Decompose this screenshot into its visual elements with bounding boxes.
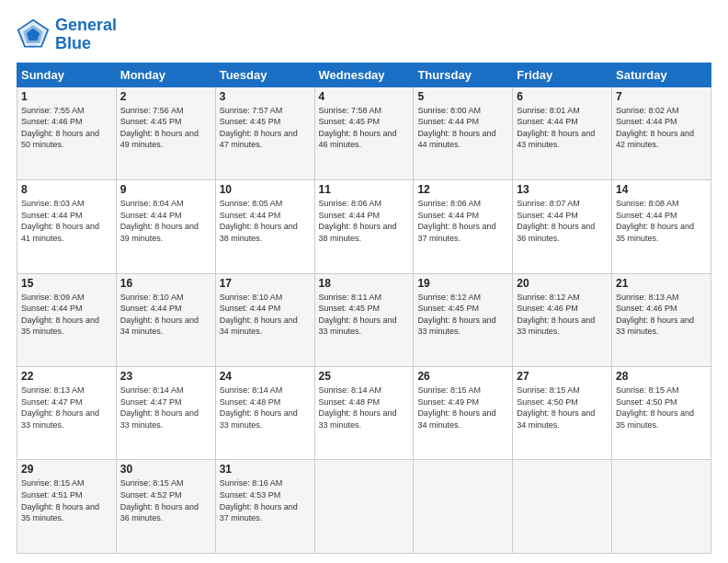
day-number: 19 [417, 277, 508, 290]
day-cell: 2 Sunrise: 7:56 AM Sunset: 4:45 PM Dayli… [116, 86, 215, 179]
day-info: Sunrise: 8:11 AM Sunset: 4:45 PM Dayligh… [319, 293, 397, 337]
day-cell: 27 Sunrise: 8:15 AM Sunset: 4:50 PM Dayl… [513, 367, 612, 460]
day-number: 22 [21, 370, 112, 383]
day-cell [612, 460, 711, 554]
day-info: Sunrise: 8:02 AM Sunset: 4:44 PM Dayligh… [616, 106, 694, 150]
day-number: 11 [319, 183, 410, 196]
day-info: Sunrise: 8:15 AM Sunset: 4:52 PM Dayligh… [120, 478, 199, 523]
day-cell: 26 Sunrise: 8:15 AM Sunset: 4:49 PM Dayl… [414, 367, 513, 460]
day-info: Sunrise: 7:56 AM Sunset: 4:45 PM Dayligh… [120, 106, 199, 150]
day-number: 29 [21, 463, 112, 476]
day-cell: 10 Sunrise: 8:05 AM Sunset: 4:44 PM Dayl… [215, 180, 314, 273]
day-cell: 7 Sunrise: 8:02 AM Sunset: 4:44 PM Dayli… [612, 86, 711, 179]
day-cell: 15 Sunrise: 8:09 AM Sunset: 4:44 PM Dayl… [17, 273, 117, 366]
day-number: 8 [21, 183, 112, 196]
day-info: Sunrise: 8:06 AM Sunset: 4:44 PM Dayligh… [319, 199, 397, 243]
day-info: Sunrise: 7:58 AM Sunset: 4:45 PM Dayligh… [319, 106, 397, 150]
day-number: 1 [21, 90, 112, 103]
day-number: 17 [220, 277, 311, 290]
day-cell: 13 Sunrise: 8:07 AM Sunset: 4:44 PM Dayl… [513, 180, 612, 273]
day-number: 9 [120, 183, 211, 196]
day-info: Sunrise: 8:14 AM Sunset: 4:48 PM Dayligh… [319, 385, 397, 430]
day-number: 23 [120, 370, 211, 383]
day-cell: 4 Sunrise: 7:58 AM Sunset: 4:45 PM Dayli… [314, 86, 414, 179]
day-cell: 6 Sunrise: 8:01 AM Sunset: 4:44 PM Dayli… [513, 86, 612, 179]
day-number: 31 [220, 463, 311, 476]
day-cell: 19 Sunrise: 8:12 AM Sunset: 4:45 PM Dayl… [414, 273, 513, 366]
day-cell: 9 Sunrise: 8:04 AM Sunset: 4:44 PM Dayli… [116, 180, 215, 273]
weekday-header-row: SundayMondayTuesdayWednesdayThursdayFrid… [17, 63, 711, 86]
day-info: Sunrise: 8:09 AM Sunset: 4:44 PM Dayligh… [21, 293, 99, 337]
day-info: Sunrise: 8:13 AM Sunset: 4:46 PM Dayligh… [616, 293, 694, 337]
day-info: Sunrise: 8:15 AM Sunset: 4:49 PM Dayligh… [417, 385, 495, 430]
day-info: Sunrise: 8:12 AM Sunset: 4:45 PM Dayligh… [417, 293, 495, 337]
day-info: Sunrise: 8:06 AM Sunset: 4:44 PM Dayligh… [417, 199, 495, 243]
page: General Blue SundayMondayTuesdayWednesda… [0, 0, 728, 563]
day-number: 16 [120, 277, 211, 290]
day-number: 27 [517, 370, 608, 383]
weekday-sunday: Sunday [17, 63, 117, 86]
day-cell: 12 Sunrise: 8:06 AM Sunset: 4:44 PM Dayl… [414, 180, 513, 273]
day-number: 13 [517, 183, 608, 196]
week-row-4: 22 Sunrise: 8:13 AM Sunset: 4:47 PM Dayl… [17, 367, 711, 460]
day-cell: 23 Sunrise: 8:14 AM Sunset: 4:47 PM Dayl… [116, 367, 215, 460]
day-info: Sunrise: 8:14 AM Sunset: 4:48 PM Dayligh… [220, 385, 298, 430]
day-number: 28 [616, 370, 707, 383]
day-cell: 21 Sunrise: 8:13 AM Sunset: 4:46 PM Dayl… [612, 273, 711, 366]
week-row-2: 8 Sunrise: 8:03 AM Sunset: 4:44 PM Dayli… [17, 180, 711, 273]
day-number: 6 [517, 90, 608, 103]
day-number: 5 [417, 90, 508, 103]
header: General Blue [17, 17, 711, 53]
day-info: Sunrise: 8:15 AM Sunset: 4:50 PM Dayligh… [517, 385, 595, 430]
day-number: 24 [220, 370, 311, 383]
day-number: 30 [120, 463, 211, 476]
weekday-monday: Monday [116, 63, 215, 86]
day-number: 4 [319, 90, 410, 103]
calendar-table: SundayMondayTuesdayWednesdayThursdayFrid… [17, 63, 711, 554]
day-cell: 31 Sunrise: 8:16 AM Sunset: 4:53 PM Dayl… [215, 460, 314, 554]
day-number: 14 [616, 183, 707, 196]
day-cell: 3 Sunrise: 7:57 AM Sunset: 4:45 PM Dayli… [215, 86, 314, 179]
day-info: Sunrise: 8:00 AM Sunset: 4:44 PM Dayligh… [417, 106, 495, 150]
day-info: Sunrise: 8:16 AM Sunset: 4:53 PM Dayligh… [220, 478, 298, 523]
day-info: Sunrise: 7:55 AM Sunset: 4:46 PM Dayligh… [21, 106, 99, 150]
day-cell: 8 Sunrise: 8:03 AM Sunset: 4:44 PM Dayli… [17, 180, 117, 273]
day-cell [414, 460, 513, 554]
day-cell: 17 Sunrise: 8:10 AM Sunset: 4:44 PM Dayl… [215, 273, 314, 366]
day-cell: 28 Sunrise: 8:15 AM Sunset: 4:50 PM Dayl… [612, 367, 711, 460]
day-info: Sunrise: 8:10 AM Sunset: 4:44 PM Dayligh… [220, 293, 298, 337]
day-number: 15 [21, 277, 112, 290]
day-cell: 5 Sunrise: 8:00 AM Sunset: 4:44 PM Dayli… [414, 86, 513, 179]
weekday-tuesday: Tuesday [215, 63, 314, 86]
weekday-wednesday: Wednesday [314, 63, 414, 86]
day-cell: 14 Sunrise: 8:08 AM Sunset: 4:44 PM Dayl… [612, 180, 711, 273]
day-cell: 16 Sunrise: 8:10 AM Sunset: 4:44 PM Dayl… [116, 273, 215, 366]
day-cell: 30 Sunrise: 8:15 AM Sunset: 4:52 PM Dayl… [116, 460, 215, 554]
day-info: Sunrise: 8:03 AM Sunset: 4:44 PM Dayligh… [21, 199, 99, 243]
day-number: 10 [220, 183, 311, 196]
day-info: Sunrise: 7:57 AM Sunset: 4:45 PM Dayligh… [220, 106, 298, 150]
day-info: Sunrise: 8:05 AM Sunset: 4:44 PM Dayligh… [220, 199, 298, 243]
day-number: 25 [319, 370, 410, 383]
day-info: Sunrise: 8:10 AM Sunset: 4:44 PM Dayligh… [120, 293, 199, 337]
logo: General Blue [17, 17, 117, 53]
day-number: 2 [120, 90, 211, 103]
day-number: 18 [319, 277, 410, 290]
day-cell: 22 Sunrise: 8:13 AM Sunset: 4:47 PM Dayl… [17, 367, 117, 460]
week-row-3: 15 Sunrise: 8:09 AM Sunset: 4:44 PM Dayl… [17, 273, 711, 366]
day-info: Sunrise: 8:12 AM Sunset: 4:46 PM Dayligh… [517, 293, 595, 337]
day-info: Sunrise: 8:08 AM Sunset: 4:44 PM Dayligh… [616, 199, 694, 243]
day-number: 21 [616, 277, 707, 290]
day-cell: 24 Sunrise: 8:14 AM Sunset: 4:48 PM Dayl… [215, 367, 314, 460]
logo-icon [17, 18, 50, 52]
day-cell [314, 460, 414, 554]
day-info: Sunrise: 8:15 AM Sunset: 4:50 PM Dayligh… [616, 385, 694, 430]
day-info: Sunrise: 8:04 AM Sunset: 4:44 PM Dayligh… [120, 199, 199, 243]
logo-text: General Blue [55, 17, 117, 53]
day-number: 7 [616, 90, 707, 103]
day-cell: 25 Sunrise: 8:14 AM Sunset: 4:48 PM Dayl… [314, 367, 414, 460]
week-row-5: 29 Sunrise: 8:15 AM Sunset: 4:51 PM Dayl… [17, 460, 711, 554]
day-cell: 11 Sunrise: 8:06 AM Sunset: 4:44 PM Dayl… [314, 180, 414, 273]
day-info: Sunrise: 8:07 AM Sunset: 4:44 PM Dayligh… [517, 199, 595, 243]
day-number: 20 [517, 277, 608, 290]
